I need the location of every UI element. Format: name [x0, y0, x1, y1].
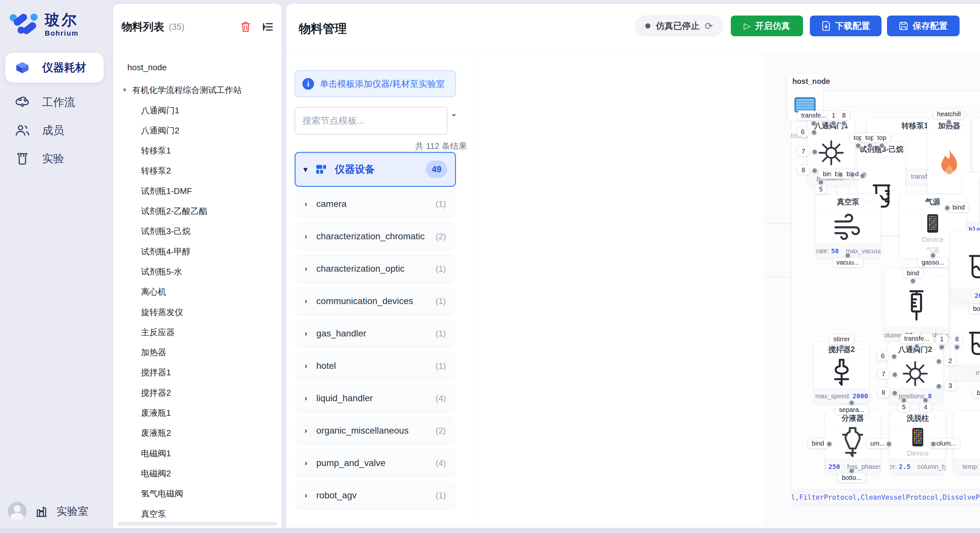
tree-item[interactable]: 八通阀门2 [113, 121, 310, 140]
port-vacuu...[interactable]: vacuu... [832, 258, 863, 267]
port-handle-icon[interactable] [931, 441, 936, 447]
node-menu-icon[interactable]: ... [808, 75, 818, 84]
port-8[interactable]: 8 [878, 388, 889, 397]
port-4[interactable]: 4 [920, 403, 931, 412]
port-handle-icon[interactable] [837, 171, 843, 178]
canvas-node-搅拌器2[interactable]: 搅拌器2...max_speed:2000 [814, 342, 870, 404]
port-transfe...[interactable]: transfe... [900, 334, 933, 343]
port-handle-icon[interactable] [936, 383, 942, 389]
tree-group-workstation[interactable]: ▾ 有机化学流程综合测试工作站 [113, 81, 291, 99]
category-row-liquid_handler[interactable]: ›liquid_handler(4) [296, 384, 455, 412]
tree-item[interactable]: 搅拌器1 [113, 364, 310, 382]
port-handle-icon[interactable] [841, 121, 847, 126]
tree-horizontal-scrollbar[interactable] [118, 522, 277, 526]
node-menu-icon[interactable]: ... [934, 269, 944, 278]
node-menu-icon[interactable]: ... [928, 343, 938, 352]
tree-item[interactable]: 离心机 [113, 283, 310, 301]
sidebar-item-3[interactable]: 实验 [5, 144, 104, 174]
port-handle-icon[interactable] [811, 130, 817, 135]
port-5[interactable]: 5 [898, 403, 909, 412]
sidebar-item-1[interactable]: 工作流 [5, 87, 104, 117]
category-row-gas_handler[interactable]: ›gas_handler(1) [296, 320, 455, 347]
flow-canvas[interactable]: 有机化学流程综合测试工作站 l,FilterProtocol,CleanVess… [764, 52, 980, 533]
tree-item[interactable]: 转移泵1 [113, 142, 310, 160]
tree-item[interactable]: 真空泵 [113, 505, 310, 523]
port-5[interactable]: 5 [815, 185, 826, 194]
canvas-node-unnamed[interactable]: ... [972, 118, 980, 173]
tree-item[interactable]: 八通阀门1 [113, 102, 310, 119]
tree-item[interactable]: 试剂瓶5-水 [113, 263, 310, 281]
port-handle-icon[interactable] [936, 359, 942, 364]
tree-item[interactable]: 废液瓶1 [113, 404, 310, 422]
port-handle-icon[interactable] [892, 390, 898, 396]
port-2[interactable]: 2 [944, 356, 956, 366]
port-heatchill[interactable]: heatchill [933, 109, 964, 119]
port-8[interactable]: 8 [797, 165, 809, 175]
port-handle-icon[interactable] [946, 119, 952, 125]
tree-item[interactable]: 试剂瓶3-己烷 [113, 222, 310, 241]
tree-item[interactable]: 试剂瓶1-DMF [113, 182, 310, 200]
port-handle-icon[interactable] [930, 252, 936, 259]
tree-item[interactable]: 主反应器 [113, 323, 310, 341]
port-handle-icon[interactable] [901, 397, 907, 403]
canvas-node-真空泵[interactable]: 真空泵...pump_rate:50max_vacuum:0.1 [815, 194, 881, 259]
port-1[interactable]: 1 [936, 335, 947, 344]
port-handle-icon[interactable] [910, 278, 916, 284]
tree-item[interactable]: 废液瓶2 [113, 424, 310, 443]
port-7[interactable]: 7 [878, 370, 889, 379]
start-simulation-button[interactable]: ▷ 开启仿真 [731, 16, 803, 36]
port-handle-icon[interactable] [839, 344, 845, 350]
port-handle-icon[interactable] [954, 344, 960, 350]
simulation-status-badge[interactable]: 仿真已停止 ⟳ [635, 16, 723, 36]
node-menu-icon[interactable]: ... [854, 343, 865, 352]
tree-item[interactable]: 搅拌器2 [113, 384, 310, 402]
port-3[interactable]: 3 [944, 381, 956, 390]
port-separa...[interactable]: separa... [835, 405, 868, 414]
category-row-characterization_optic[interactable]: ›characterization_optic(1) [296, 255, 455, 283]
port-bottom[interactable]: bottom [973, 388, 980, 398]
category-row-hotel[interactable]: ›hotel(1) [296, 352, 455, 380]
category-row-communication_devices[interactable]: ›communication_devices(1) [296, 287, 455, 315]
tree-item[interactable]: 氢气电磁阀 [113, 485, 310, 503]
chevron-down-icon[interactable]: ˇ [452, 113, 455, 124]
port-8[interactable]: 8 [951, 335, 963, 344]
sidebar-item-2[interactable]: 成员 [5, 116, 104, 145]
port-gasso...[interactable]: gasso... [918, 258, 948, 267]
port-handle-icon[interactable] [830, 121, 837, 126]
port-1[interactable]: 1 [828, 111, 839, 120]
port-um...[interactable]: um... [867, 439, 889, 448]
port-handle-icon[interactable] [849, 468, 854, 474]
tree-item[interactable]: 电磁阀1 [113, 444, 310, 462]
search-input[interactable] [294, 107, 447, 135]
port-8[interactable]: 8 [838, 111, 850, 120]
category-row-robot_agv[interactable]: ›robot_agv(1) [296, 482, 455, 509]
download-config-button[interactable]: 下载配置 [810, 16, 881, 36]
tree-item[interactable]: 转移泵2 [113, 162, 310, 180]
port-handle-icon[interactable] [879, 143, 885, 149]
port-handle-icon[interactable] [914, 344, 920, 349]
app-logo[interactable]: 玻尔 Bohrium [8, 8, 105, 41]
port-handle-icon[interactable] [944, 205, 950, 211]
port-handle-icon[interactable] [812, 149, 818, 155]
port-handle-icon[interactable] [811, 121, 817, 126]
node-menu-icon[interactable]: ... [931, 411, 941, 420]
port-6[interactable]: 6 [877, 351, 888, 361]
port-handle-icon[interactable] [939, 344, 945, 350]
port-6[interactable]: 6 [797, 127, 808, 136]
tree-item[interactable]: 旋转蒸发仪 [113, 303, 310, 321]
category-row-organic_miscellaneous[interactable]: ›organic_miscellaneous(2) [296, 417, 455, 444]
category-row-camera[interactable]: ›camera(1) [296, 190, 455, 218]
port-handle-icon[interactable] [923, 397, 929, 403]
tree-item[interactable]: 电磁阀2 [113, 464, 310, 482]
collapse-list-icon[interactable] [262, 22, 273, 32]
page-horizontal-scrollbar[interactable] [0, 528, 980, 533]
port-bind[interactable]: bind [948, 203, 969, 212]
delete-icon[interactable] [240, 21, 251, 33]
port-handle-icon[interactable] [849, 400, 854, 406]
port-handle-icon[interactable] [891, 354, 897, 359]
port-handle-icon[interactable] [845, 252, 851, 259]
port-handle-icon[interactable] [855, 143, 861, 149]
port-botto...[interactable]: botto... [838, 473, 865, 482]
node-menu-icon[interactable]: ... [890, 143, 900, 152]
port-handle-icon[interactable] [860, 173, 865, 179]
